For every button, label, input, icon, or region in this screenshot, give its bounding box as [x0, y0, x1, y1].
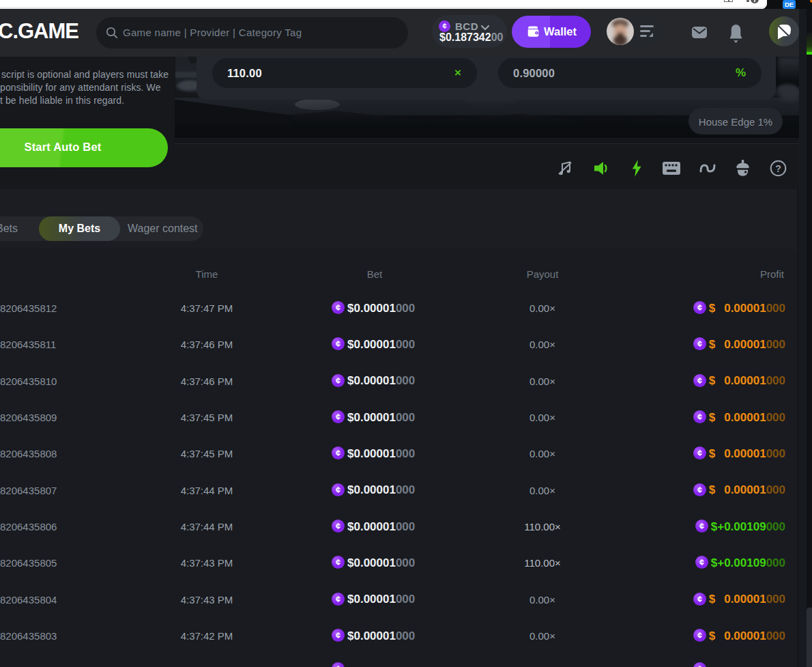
svg-text:¢: ¢	[697, 664, 702, 667]
svg-text:¢: ¢	[336, 557, 340, 567]
svg-text:¢: ¢	[697, 630, 702, 640]
svg-text:¢: ¢	[336, 664, 340, 667]
svg-text:¢: ¢	[699, 521, 704, 531]
svg-text:¢: ¢	[336, 630, 340, 640]
svg-text:¢: ¢	[336, 485, 340, 495]
svg-text:¢: ¢	[336, 448, 340, 458]
svg-text:¢: ¢	[697, 485, 702, 495]
svg-text:¢: ¢	[697, 339, 702, 349]
svg-text:¢: ¢	[697, 302, 702, 313]
svg-text:¢: ¢	[336, 412, 340, 422]
svg-text:¢: ¢	[336, 521, 340, 531]
svg-text:¢: ¢	[697, 412, 702, 422]
svg-text:?: ?	[775, 163, 781, 174]
svg-text:¢: ¢	[336, 375, 340, 386]
svg-text:¢: ¢	[697, 594, 702, 604]
svg-text:¢: ¢	[336, 302, 340, 313]
svg-text:¢: ¢	[442, 22, 446, 30]
svg-text:¢: ¢	[697, 448, 702, 458]
svg-text:¢: ¢	[336, 339, 340, 349]
svg-text:¢: ¢	[697, 375, 702, 386]
svg-text:¢: ¢	[699, 557, 704, 567]
svg-text:¢: ¢	[336, 594, 340, 604]
